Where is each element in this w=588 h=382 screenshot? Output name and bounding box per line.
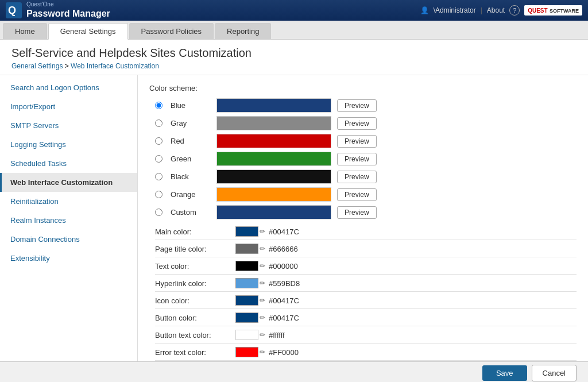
preview-btn-orange[interactable]: Preview — [337, 188, 377, 201]
sidebar-item-search-logon[interactable]: Search and Logon Options — [0, 78, 137, 97]
color-radio-blue[interactable] — [155, 102, 163, 109]
preview-btn-green[interactable]: Preview — [337, 153, 377, 165]
svg-text:Q: Q — [8, 5, 16, 16]
sidebar-item-scheduled-tasks[interactable]: Scheduled Tasks — [0, 154, 137, 173]
color-swatch-custom — [216, 205, 331, 219]
color-fields: Main color: ✏ #00417C Page title color: … — [155, 226, 577, 361]
hyperlink-color-hex: #559BD8 — [269, 279, 300, 288]
sidebar-item-web-interface[interactable]: Web Interface Customization — [0, 173, 137, 192]
brand-quest: Quest'One — [26, 1, 110, 8]
page-title-color-swatch[interactable] — [235, 244, 258, 254]
color-field-hyperlink: Hyperlink color: ✏ #559BD8 — [155, 278, 577, 292]
color-radio-gray[interactable] — [155, 119, 163, 127]
color-label-custom: Custom — [171, 208, 211, 217]
main-color-pencil-icon[interactable]: ✏ — [260, 227, 265, 236]
tab-password-policies[interactable]: Password Policies — [129, 23, 214, 39]
preview-btn-custom[interactable]: Preview — [337, 206, 377, 219]
color-swatch-orange — [216, 187, 331, 202]
error-text-color-swatch[interactable] — [235, 347, 258, 357]
save-button[interactable]: Save — [482, 365, 527, 381]
text-color-label: Text color: — [155, 262, 235, 271]
tab-home[interactable]: Home — [3, 23, 47, 39]
button-text-color-hex: #ffffff — [269, 331, 285, 339]
text-color-pencil-icon[interactable]: ✏ — [260, 262, 265, 270]
breadcrumb-separator: > — [65, 62, 71, 70]
error-text-color-label: Error text color: — [155, 348, 235, 357]
icon-color-hex: #00417C — [269, 296, 299, 305]
text-color-swatch[interactable] — [235, 261, 258, 271]
page-title: Self-Service and Helpdesk Sites Customiz… — [11, 47, 577, 60]
page-header: Self-Service and Helpdesk Sites Customiz… — [0, 40, 588, 75]
color-option-green: Green Preview — [155, 152, 577, 166]
preview-btn-gray[interactable]: Preview — [337, 117, 377, 130]
preview-btn-blue[interactable]: Preview — [337, 99, 377, 112]
color-radio-black[interactable] — [155, 173, 163, 180]
software-text: SOFTWARE — [550, 8, 579, 14]
sidebar-item-realm-instances[interactable]: Realm Instances — [0, 211, 137, 230]
sidebar-item-smtp[interactable]: SMTP Servers — [0, 116, 137, 135]
quest-software-text: QUEST — [528, 7, 547, 14]
button-color-pencil-icon[interactable]: ✏ — [260, 314, 265, 322]
quest-software-logo: QUEST SOFTWARE — [524, 5, 582, 16]
color-field-main: Main color: ✏ #00417C — [155, 226, 577, 240]
footer: Save Cancel — [0, 361, 588, 382]
main-color-label: Main color: — [155, 227, 235, 236]
help-icon[interactable]: ? — [509, 5, 520, 16]
color-swatch-gray — [216, 116, 331, 130]
color-option-blue: Blue Preview — [155, 98, 577, 113]
color-radio-custom[interactable] — [155, 209, 163, 216]
color-label-green: Green — [171, 155, 211, 163]
color-field-button: Button color: ✏ #00417C — [155, 312, 577, 326]
tab-reporting[interactable]: Reporting — [215, 23, 271, 39]
main-color-hex: #00417C — [269, 227, 299, 236]
breadcrumb: General Settings > Web Interface Customi… — [11, 62, 577, 70]
about-link[interactable]: About — [487, 6, 505, 14]
preview-btn-black[interactable]: Preview — [337, 171, 377, 183]
hyperlink-color-pencil-icon[interactable]: ✏ — [260, 279, 265, 287]
color-scheme-label: Color scheme: — [149, 84, 577, 92]
text-color-hex: #000000 — [269, 262, 298, 271]
header-right: 👤 \Administrator | About ? QUEST SOFTWAR… — [420, 5, 582, 16]
color-option-gray: Gray Preview — [155, 116, 577, 130]
sidebar-item-reinitialization[interactable]: Reinitialization — [0, 192, 137, 211]
color-swatch-black — [216, 169, 331, 184]
button-color-label: Button color: — [155, 314, 235, 322]
button-text-color-swatch[interactable] — [235, 330, 258, 340]
sidebar-item-logging[interactable]: Logging Settings — [0, 135, 137, 154]
header-brand: Q Quest'One Password Manager — [6, 1, 110, 19]
sidebar-item-extensibility[interactable]: Extensibility — [0, 249, 137, 268]
error-text-color-hex: #FF0000 — [269, 348, 299, 357]
icon-color-swatch[interactable] — [235, 295, 258, 306]
quest-logo-icon: Q — [6, 2, 22, 18]
color-swatch-green — [216, 152, 331, 166]
color-radio-orange[interactable] — [155, 191, 163, 198]
color-option-red: Red Preview — [155, 134, 577, 148]
color-field-text: Text color: ✏ #000000 — [155, 261, 577, 275]
preview-btn-red[interactable]: Preview — [337, 135, 377, 148]
button-color-swatch[interactable] — [235, 312, 258, 323]
color-label-blue: Blue — [171, 101, 211, 110]
main-color-swatch[interactable] — [235, 226, 258, 237]
icon-color-label: Icon color: — [155, 296, 235, 305]
breadcrumb-current[interactable]: Web Interface Customization — [71, 62, 159, 70]
icon-color-pencil-icon[interactable]: ✏ — [260, 296, 265, 304]
color-label-gray: Gray — [171, 119, 211, 128]
sidebar-item-domain-connections[interactable]: Domain Connections — [0, 230, 137, 249]
color-radio-red[interactable] — [155, 137, 163, 145]
color-swatch-blue — [216, 98, 331, 113]
app-header: Q Quest'One Password Manager 👤 \Administ… — [0, 0, 588, 21]
error-text-color-pencil-icon[interactable]: ✏ — [260, 348, 265, 356]
page-title-color-pencil-icon[interactable]: ✏ — [260, 245, 265, 253]
username: \Administrator — [434, 6, 476, 14]
hyperlink-color-swatch[interactable] — [235, 278, 258, 288]
color-radio-green[interactable] — [155, 155, 163, 163]
sidebar-item-import-export[interactable]: Import/Export — [0, 97, 137, 116]
sidebar: Search and Logon Options Import/Export S… — [0, 75, 138, 361]
breadcrumb-parent[interactable]: General Settings — [11, 62, 63, 70]
cancel-button[interactable]: Cancel — [532, 365, 577, 381]
tab-general-settings[interactable]: General Settings — [48, 23, 128, 40]
user-icon: 👤 — [420, 6, 429, 14]
color-field-icon: Icon color: ✏ #00417C — [155, 295, 577, 309]
button-text-color-pencil-icon[interactable]: ✏ — [260, 331, 265, 339]
color-label-red: Red — [171, 137, 211, 145]
